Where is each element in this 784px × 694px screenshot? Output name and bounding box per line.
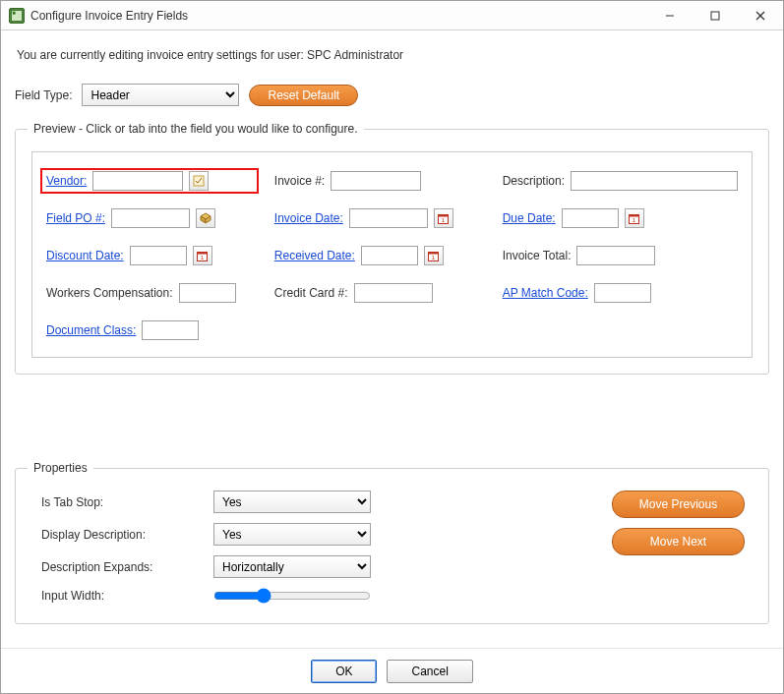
invoice-number-input[interactable] (331, 171, 421, 191)
invoice-date-input[interactable] (349, 208, 428, 228)
field-received-date[interactable]: Received Date: 1 (274, 243, 481, 268)
ap-match-code-input[interactable] (594, 283, 651, 303)
ok-button[interactable]: OK (311, 660, 377, 683)
preview-panel: Vendor: Invoice #: Description: Field (31, 151, 753, 358)
field-po-input[interactable] (111, 208, 190, 228)
reset-default-button[interactable]: Reset Default (249, 85, 358, 106)
document-class-label[interactable]: Document Class: (46, 323, 136, 337)
svg-rect-1 (13, 11, 16, 14)
minimize-button[interactable] (647, 1, 693, 30)
info-text: You are currently editing invoice entry … (17, 48, 769, 62)
invoice-number-label: Invoice #: (274, 174, 325, 188)
is-tab-stop-label: Is Tab Stop: (41, 495, 204, 509)
discount-date-label[interactable]: Discount Date: (46, 249, 124, 262)
field-discount-date[interactable]: Discount Date: 1 (46, 243, 253, 268)
preview-legend: Preview - Click or tab into the field yo… (28, 122, 364, 136)
field-po-label[interactable]: Field PO #: (46, 211, 105, 225)
properties-legend: Properties (28, 461, 93, 475)
calendar-icon[interactable]: 1 (193, 246, 212, 265)
app-icon (9, 8, 25, 24)
calendar-icon[interactable]: 1 (625, 208, 644, 228)
field-po-number[interactable]: Field PO #: (46, 205, 253, 231)
properties-group: Properties Is Tab Stop: Yes Display Desc… (15, 461, 769, 624)
field-ap-match-code[interactable]: AP Match Code: (503, 280, 738, 306)
workers-comp-label: Workers Compensation: (46, 286, 173, 300)
credit-card-label: Credit Card #: (274, 286, 348, 300)
vendor-label[interactable]: Vendor: (46, 174, 87, 188)
maximize-button[interactable] (693, 1, 738, 30)
field-workers-comp[interactable]: Workers Compensation: (46, 280, 253, 306)
received-date-input[interactable] (361, 246, 418, 265)
ap-match-code-label[interactable]: AP Match Code: (503, 286, 588, 300)
calendar-icon[interactable]: 1 (434, 208, 453, 228)
field-invoice-total[interactable]: Invoice Total: (503, 243, 738, 268)
workers-comp-input[interactable] (179, 283, 236, 303)
field-document-class[interactable]: Document Class: (46, 318, 253, 343)
field-type-label: Field Type: (15, 88, 72, 102)
description-label: Description: (503, 174, 565, 188)
credit-card-input[interactable] (354, 283, 433, 303)
description-input[interactable] (571, 171, 738, 191)
svg-rect-3 (711, 12, 719, 20)
field-vendor[interactable]: Vendor: (40, 168, 259, 194)
dialog-footer: OK Cancel (1, 648, 783, 693)
due-date-label[interactable]: Due Date: (503, 211, 556, 225)
invoice-total-input[interactable] (576, 246, 655, 265)
package-icon[interactable] (196, 208, 215, 228)
description-expands-select[interactable]: Horizontally (213, 555, 371, 578)
field-credit-card[interactable]: Credit Card #: (274, 280, 481, 306)
received-date-label[interactable]: Received Date: (274, 249, 355, 262)
due-date-input[interactable] (562, 208, 619, 228)
input-width-slider[interactable] (213, 588, 371, 604)
invoice-total-label: Invoice Total: (503, 249, 572, 262)
display-description-select[interactable]: Yes (213, 523, 371, 546)
description-expands-label: Description Expands: (41, 560, 204, 574)
close-button[interactable] (738, 1, 783, 30)
field-due-date[interactable]: Due Date: 1 (503, 205, 738, 231)
move-next-button[interactable]: Move Next (612, 528, 745, 555)
calendar-icon[interactable]: 1 (424, 246, 444, 265)
invoice-date-label[interactable]: Invoice Date: (274, 211, 343, 225)
field-description[interactable]: Description: (503, 168, 738, 194)
document-class-input[interactable] (142, 320, 199, 340)
preview-group: Preview - Click or tab into the field yo… (15, 122, 769, 375)
field-invoice-number[interactable]: Invoice #: (274, 168, 481, 194)
vendor-input[interactable] (92, 171, 183, 191)
window-title: Configure Invoice Entry Fields (30, 9, 188, 23)
input-width-label: Input Width: (41, 589, 204, 603)
discount-date-input[interactable] (130, 246, 187, 265)
empty-cell (274, 318, 481, 343)
titlebar: Configure Invoice Entry Fields (1, 1, 783, 30)
field-type-select[interactable]: Header (82, 84, 239, 106)
is-tab-stop-select[interactable]: Yes (213, 491, 371, 513)
window: Configure Invoice Entry Fields You are c… (0, 0, 784, 694)
empty-cell (503, 318, 738, 343)
cancel-button[interactable]: Cancel (387, 660, 472, 683)
field-invoice-date[interactable]: Invoice Date: 1 (274, 205, 481, 231)
lookup-icon[interactable] (189, 171, 209, 191)
move-previous-button[interactable]: Move Previous (612, 491, 745, 518)
display-description-label: Display Description: (41, 528, 204, 542)
